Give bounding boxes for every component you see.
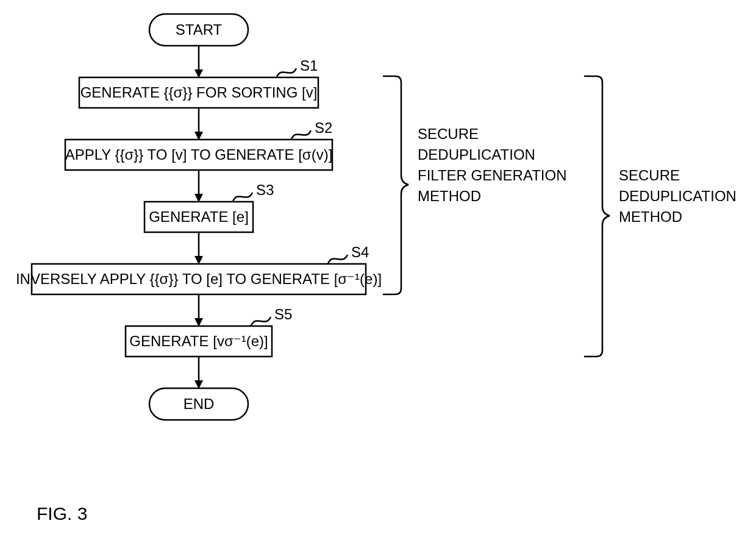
flowchart-figure: START GENERATE {{σ}} FOR SORTING [v] S1 …	[0, 0, 756, 554]
step-s2-text: APPLY {{σ}} TO [v] TO GENERATE [σ(v)]	[65, 146, 333, 163]
step-s5: GENERATE [vσ⁻¹(e)] S5	[126, 306, 292, 357]
bracket-inner-text: SECURE DEDUPLICATION FILTER GENERATION M…	[418, 126, 571, 204]
step-s1-label: S1	[300, 57, 318, 74]
step-s4-text: INVERSELY APPLY {{σ}} TO [e] TO GENERATE…	[16, 271, 382, 287]
end-node-label: END	[184, 396, 215, 412]
step-s2-label: S2	[315, 119, 332, 136]
step-s3-text: GENERATE [e]	[149, 208, 249, 225]
start-node: START	[149, 14, 248, 46]
start-node-label: START	[176, 21, 223, 38]
end-node: END	[149, 388, 248, 420]
bracket-outer-text: SECURE DEDUPLICATION METHOD	[619, 167, 741, 225]
step-s3-label: S3	[256, 182, 274, 198]
bracket-outer: SECURE DEDUPLICATION METHOD	[584, 76, 741, 357]
step-s5-text: GENERATE [vσ⁻¹(e)]	[129, 333, 268, 349]
step-s4-label: S4	[351, 244, 369, 260]
step-s3: GENERATE [e] S3	[144, 182, 274, 232]
step-s5-label: S5	[274, 306, 292, 322]
figure-label: FIG. 3	[37, 503, 87, 524]
step-s1-text: GENERATE {{σ}} FOR SORTING [v]	[80, 84, 318, 101]
bracket-inner: SECURE DEDUPLICATION FILTER GENERATION M…	[383, 76, 571, 294]
